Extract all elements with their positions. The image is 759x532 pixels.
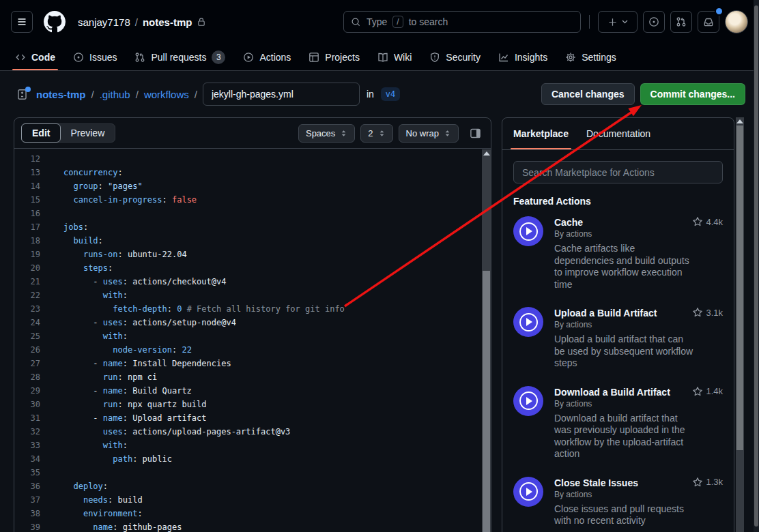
tab-security[interactable]: Security <box>423 44 487 70</box>
editor-scrollbar-thumb[interactable] <box>483 271 490 532</box>
commit-changes-button[interactable]: Commit changes... <box>640 83 745 105</box>
code-line: 17jobs: <box>14 220 491 234</box>
tab-issues[interactable]: Issues <box>66 44 124 70</box>
tab-documentation[interactable]: Documentation <box>586 118 650 149</box>
code-token: - <box>63 359 103 368</box>
action-top-row: Download a Build Artifact1.4k <box>554 386 723 398</box>
breadcrumb-owner[interactable]: sanjay7178 <box>78 16 130 28</box>
code-line: 36 deploy: <box>14 479 491 493</box>
preview-tab[interactable]: Preview <box>60 124 115 142</box>
breadcrumb-repo-link[interactable]: notes-tmp <box>36 89 86 100</box>
marketplace-search-input[interactable] <box>513 161 723 183</box>
action-text: Upload a Build Artifact3.1kBy actionsUpl… <box>554 307 723 370</box>
notifications-inbox-button[interactable] <box>698 11 719 33</box>
wrap-mode-select[interactable]: No wrap <box>399 124 459 143</box>
sidebar-scrollbar[interactable] <box>736 117 744 532</box>
marketplace-item[interactable]: Close Stale Issues1.3kBy actionsClose is… <box>513 477 723 527</box>
action-description: Close issues and pull requests with no r… <box>554 503 696 527</box>
action-title: Upload a Build Artifact <box>554 307 657 319</box>
code-token: cancel-in-progress <box>73 195 162 205</box>
updown-caret-icon <box>444 129 451 138</box>
page-scrollbar-thumb[interactable] <box>754 5 758 527</box>
code-token: : <box>167 304 177 314</box>
avatar[interactable] <box>725 10 748 33</box>
code-token <box>63 250 83 259</box>
editor-controls: Spaces 2 No wrap <box>298 124 484 143</box>
updown-caret-icon <box>340 129 347 138</box>
tab-marketplace[interactable]: Marketplace <box>513 118 569 149</box>
line-content: with: <box>63 439 128 452</box>
scroll-up-arrow-icon[interactable] <box>483 151 490 156</box>
line-content: with: <box>63 289 128 302</box>
action-title: Cache <box>554 216 583 228</box>
code-token: with <box>103 441 123 450</box>
indent-mode-select[interactable]: Spaces <box>298 124 355 143</box>
indent-size-select[interactable]: 2 <box>360 124 392 143</box>
issues-button[interactable] <box>643 11 665 33</box>
editor-scrollbar[interactable] <box>482 149 491 532</box>
tab-pull-requests[interactable]: Pull requests 3 <box>128 44 232 70</box>
code-token <box>63 195 73 205</box>
global-search-input[interactable]: Type / to search <box>343 11 581 33</box>
code-line: 32 uses: actions/upload-pages-artifact@v… <box>14 425 491 439</box>
code-line: 30 run: npx quartz build <box>14 398 491 411</box>
code-token: - <box>63 413 103 423</box>
line-content: path: public <box>63 452 172 466</box>
code-line: 15 cancel-in-progress: false <box>14 193 491 207</box>
tab-actions[interactable]: Actions <box>236 44 298 70</box>
code-token: run <box>103 400 118 409</box>
pull-requests-button[interactable] <box>670 11 692 33</box>
code-token: : <box>117 168 122 177</box>
code-token: : npx quartz build <box>117 400 206 409</box>
create-new-button[interactable] <box>598 11 638 33</box>
edit-tab[interactable]: Edit <box>21 123 61 143</box>
tab-wiki[interactable]: Wiki <box>371 44 418 70</box>
code-token: with <box>103 291 123 300</box>
line-number: 13 <box>14 166 40 179</box>
line-content: needs: build <box>63 493 143 507</box>
star-count-value: 1.4k <box>706 386 723 396</box>
scroll-up-arrow-icon[interactable] <box>736 119 743 123</box>
edit-preview-toggle: Edit Preview <box>21 123 115 143</box>
code-token <box>63 454 113 464</box>
top-navbar: sanjay7178 / notes-tmp Type / to search <box>0 0 759 44</box>
code-editor-content[interactable]: 1213concurrency:14 group: "pages"15 canc… <box>14 149 491 532</box>
code-line: 14 group: "pages" <box>14 179 491 193</box>
code-token: : npm ci <box>117 372 157 382</box>
page-scrollbar[interactable] <box>754 0 759 532</box>
marketplace-item[interactable]: Upload a Build Artifact3.1kBy actionsUpl… <box>513 307 723 370</box>
cancel-changes-button[interactable]: Cancel changes <box>541 83 635 105</box>
code-token <box>63 522 93 532</box>
tab-projects-label: Projects <box>325 52 360 63</box>
line-number: 25 <box>14 329 40 343</box>
action-top-row: Close Stale Issues1.3k <box>554 477 723 489</box>
code-token: : build <box>108 495 143 505</box>
tab-projects[interactable]: Projects <box>302 44 367 70</box>
code-token: : actions/checkout@v4 <box>123 277 227 286</box>
marketplace-item[interactable]: Cache4.4kBy actionsCache artifacts like … <box>513 216 723 291</box>
code-token: : <box>98 236 103 246</box>
breadcrumb-dir-workflows[interactable]: workflows <box>144 89 189 100</box>
code-token: fetch-depth <box>113 304 167 314</box>
github-logo-icon[interactable] <box>44 11 66 33</box>
tab-insights[interactable]: Insights <box>491 44 554 70</box>
line-content: runs-on: ubuntu-22.04 <box>63 248 187 261</box>
tab-settings[interactable]: Settings <box>558 44 623 70</box>
hamburger-menu-button[interactable] <box>11 11 33 33</box>
code-token: - <box>63 386 103 396</box>
code-line: 20 steps: <box>14 261 491 275</box>
marketplace-item[interactable]: Download a Build Artifact1.4kBy actionsD… <box>513 386 723 460</box>
code-token: : <box>98 181 108 191</box>
branch-badge[interactable]: v4 <box>381 87 400 101</box>
tab-issues-label: Issues <box>89 52 117 63</box>
breadcrumb-repo[interactable]: notes-tmp <box>143 16 192 28</box>
breadcrumb-dir-github[interactable]: .github <box>100 89 130 100</box>
sidebar-scrollbar-thumb[interactable] <box>736 125 743 450</box>
toggle-side-panel-button[interactable] <box>467 125 484 142</box>
filename-input[interactable] <box>203 83 360 106</box>
star-icon <box>692 477 703 488</box>
code-token: concurrency <box>63 168 117 177</box>
code-token: "pages" <box>108 181 143 191</box>
tab-code[interactable]: Code <box>8 44 62 70</box>
code-token <box>63 304 113 314</box>
